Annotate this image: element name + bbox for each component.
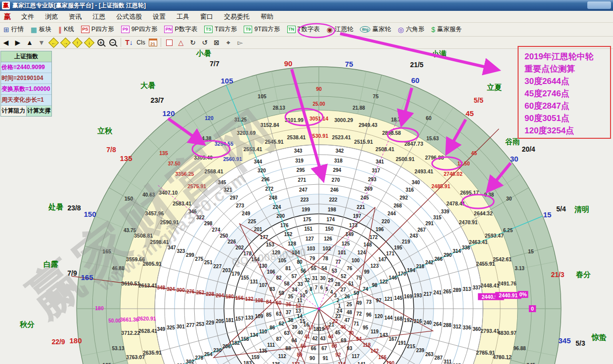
svg-text:3610.51: 3610.51 [121,281,140,286]
toolbar-winner-service[interactable]: $赢家服务 [428,24,466,36]
svg-text:102: 102 [323,246,331,251]
svg-text:197: 197 [353,213,361,219]
svg-text:180: 180 [95,305,104,311]
window-controls[interactable] [587,1,611,9]
toolbar-hexagon[interactable]: ◎六角形 [394,24,428,36]
svg-text:3457.96: 3457.96 [145,210,164,216]
svg-text:182: 182 [232,340,240,346]
svg-text:2644.32: 2644.32 [474,210,493,216]
tool-nav-right[interactable]: ▶ [12,37,24,48]
calc-resistance-button[interactable]: 计算阻力 [1,106,27,116]
svg-text:49: 49 [356,300,362,306]
svg-text:289: 289 [453,287,461,293]
svg-text:31.25: 31.25 [234,117,247,122]
menu-工具[interactable]: 工具 [171,12,195,21]
svg-text:320: 320 [258,168,266,173]
toolbar-t-square[interactable]: TST四方形 [201,24,240,36]
tool-shift-left[interactable]: ← [47,37,59,48]
tool-nav-up[interactable]: ▲ [24,37,36,48]
svg-text:292: 292 [399,195,408,201]
svg-text:3407.10: 3407.10 [159,190,177,196]
wheel-label-22/9: 22/9 [51,338,65,346]
toolbar-p-number-table[interactable]: PNP数字表 [161,24,201,36]
tool-select-tool[interactable]: ▻ [234,37,246,48]
svg-text:2793.41: 2793.41 [481,328,499,334]
svg-text:2695.17: 2695.17 [460,190,479,196]
svg-text:41: 41 [305,334,310,339]
tool-shift-up[interactable]: ↑ [71,37,83,48]
toolbar-quotes[interactable]: ⊞行情 [0,24,27,36]
tool-rotate-cw[interactable]: ↻ [187,37,199,48]
svg-text:2515.91: 2515.91 [354,139,373,145]
tool-calendar[interactable]: 21 [147,37,159,48]
svg-text:345: 345 [218,180,226,185]
svg-text:166: 166 [378,355,387,360]
menu-交易委托[interactable]: 交易委托 [219,12,255,21]
tool-cls[interactable]: Cls [135,37,147,48]
menu-设置[interactable]: 设置 [147,12,171,21]
svg-text:3: 3 [334,293,337,298]
svg-text:200: 200 [276,213,285,219]
svg-text:2491.76: 2491.76 [498,281,517,286]
svg-text:190: 190 [386,361,394,364]
tool-rotate-ccw[interactable]: ↺ [199,37,211,48]
svg-text:63: 63 [284,330,290,336]
tool-zoom-in[interactable]: + [95,37,107,48]
svg-text:32: 32 [305,278,310,283]
wheel-label-30: 30 [510,155,519,163]
toolbar-p-square[interactable]: PSP四方形 [78,24,118,36]
menu-窗口[interactable]: 窗口 [195,12,219,21]
annotation-line-5: 90度3051点 [525,112,610,124]
tool-shift-down[interactable]: ↓ [83,37,95,48]
svg-text:45: 45 [335,330,341,335]
wheel-label-5/4: 5/4 [556,205,566,213]
svg-text:6.25: 6.25 [503,228,513,233]
svg-text:81: 81 [285,266,291,271]
svg-text:248: 248 [269,195,277,201]
tool-t-down[interactable]: T↓ [123,37,135,48]
calc-support-button[interactable]: 计算支撑 [27,106,52,116]
menu-浏览[interactable]: 浏览 [40,12,63,21]
svg-text:313: 313 [463,286,471,292]
tool-fit-tool[interactable]: ⌖ [222,37,234,48]
toolbar-sectors[interactable]: ▦板块 [27,24,55,36]
svg-text:265: 265 [443,289,451,294]
svg-text:82: 82 [276,275,282,281]
svg-text:183: 183 [243,361,252,364]
svg-text:2448.41: 2448.41 [481,283,499,288]
toolbar-9t-square[interactable]: T99T四方形 [240,24,283,36]
tool-delete-box[interactable]: ⊠ [211,37,222,48]
svg-text:174: 174 [326,217,335,222]
tool-zoom-out[interactable]: − [107,37,119,48]
menu-江恩[interactable]: 江恩 [87,12,111,21]
svg-text:318: 318 [334,158,343,163]
menu-公式选股[interactable]: 公式选股 [111,12,147,21]
svg-text:3305.40: 3305.40 [194,155,213,161]
svg-text:98: 98 [372,283,378,288]
menu-文件[interactable]: 文件 [16,12,40,21]
info-row-coef: 变换系数=1.00000 [1,84,51,95]
menu-资讯[interactable]: 资讯 [63,12,87,21]
svg-text:151: 151 [305,226,313,232]
svg-text:18: 18 [313,326,319,332]
svg-text:170: 170 [398,271,406,277]
toolbar-9p-square[interactable]: P99P四方形 [118,24,161,36]
tool-rect-tool[interactable] [163,37,175,48]
wheel-label-7/7: 7/7 [210,60,219,68]
svg-text:277: 277 [186,323,195,328]
wheel-label-165: 165 [81,273,93,282]
svg-text:13: 13 [296,308,302,314]
tool-triangle-tool[interactable]: △ [175,37,187,48]
toolbar-kline[interactable]: ∥K线 [55,24,78,36]
tool-shift-right[interactable]: → [59,37,71,48]
toolbar-winner-wheel[interactable]: Big赢家轮 [356,24,394,36]
menu-帮助[interactable]: 帮助 [255,12,279,21]
svg-text:204: 204 [216,293,224,298]
tool-nav-left[interactable]: ◀ [0,37,12,48]
toolbar-gann-wheel[interactable]: ◉江恩轮 [323,24,357,36]
tool-nav-down[interactable]: ▼ [36,37,47,48]
toolbar-t-number-table[interactable]: TNT数字表 [284,24,323,36]
svg-text:243: 243 [410,233,418,239]
wheel-label-清明: 清明 [574,205,589,214]
svg-text:15: 15 [300,319,306,324]
